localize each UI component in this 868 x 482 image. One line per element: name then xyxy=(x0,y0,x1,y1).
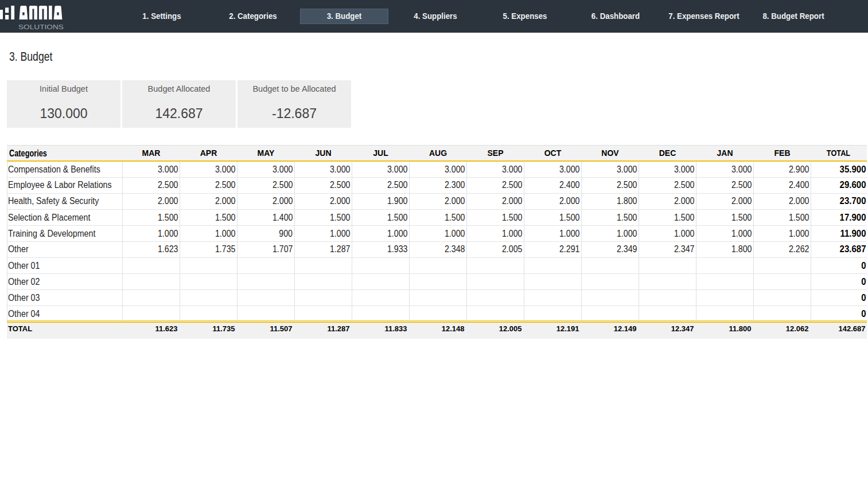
svg-text:SOLUTIONS: SOLUTIONS xyxy=(18,23,64,30)
